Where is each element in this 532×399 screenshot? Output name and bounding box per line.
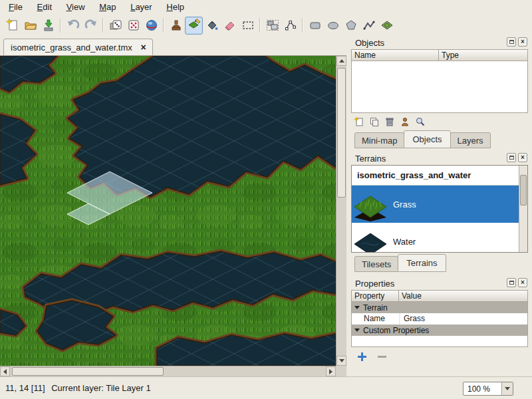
objects-toolbar [351, 113, 529, 129]
properties-table: Terrain Name Grass Custom Properties [351, 302, 528, 347]
objects-column-type[interactable]: Type [439, 49, 528, 61]
properties-column-property[interactable]: Property [351, 290, 399, 302]
property-group-label: Terrain [363, 303, 388, 313]
current-layer-label: Current layer: Tile Layer 1 [51, 383, 151, 393]
insert-rectangle-button[interactable] [306, 17, 324, 35]
property-group-custom-properties[interactable]: Custom Properties [352, 325, 527, 336]
toolbar-separator [302, 18, 303, 33]
duplicate-object-button[interactable] [368, 115, 381, 128]
toolbar-separator [60, 18, 61, 33]
minus-icon [378, 356, 386, 358]
menu-edit[interactable]: Edit [31, 0, 58, 13]
tab-objects[interactable]: Objects [404, 130, 450, 148]
menu-file[interactable]: File [3, 0, 29, 13]
terrains-float-button[interactable] [507, 153, 516, 162]
property-value-cell[interactable]: Grass [400, 313, 527, 325]
water-tile-icon [353, 224, 388, 253]
horizontal-scroll-thumb[interactable] [12, 367, 164, 376]
properties-empty-area [352, 336, 527, 346]
menu-help[interactable]: Help [160, 0, 190, 13]
properties-table-header: Property Value [351, 290, 528, 302]
tiled-window: File Edit View Map Layer Help [0, 0, 532, 399]
properties-toolbar [351, 347, 529, 363]
objects-dock-title: Objects [355, 38, 384, 48]
tab-layers[interactable]: Layers [450, 132, 491, 148]
insert-tile-button[interactable] [378, 17, 396, 35]
scroll-down-button[interactable] [336, 356, 346, 366]
remove-object-button[interactable] [383, 115, 396, 128]
tab-terrains[interactable]: Terrains [398, 254, 446, 272]
terrains-scrollbar[interactable] [519, 166, 527, 252]
canvas-vertical-scrollbar[interactable] [336, 56, 346, 366]
collapse-triangle-icon [354, 306, 360, 309]
automapping-button[interactable] [124, 17, 142, 35]
rectangular-select-button[interactable] [239, 17, 257, 35]
main-toolbar [0, 15, 532, 36]
insert-polygon-button[interactable] [342, 17, 360, 35]
search-object-button[interactable] [414, 115, 427, 128]
terrains-scroll-thumb[interactable] [520, 175, 527, 205]
grass-tile-icon [353, 187, 388, 221]
property-group-terrain[interactable]: Terrain [352, 302, 527, 313]
map-view [0, 56, 346, 376]
scroll-left-button[interactable] [0, 366, 10, 376]
add-object-button[interactable] [352, 115, 366, 128]
undo-button[interactable] [64, 17, 82, 35]
scroll-up-button[interactable] [336, 56, 346, 66]
property-name-cell: Name [352, 313, 400, 325]
properties-dock: Properties × Property Value Terrain Name [351, 277, 529, 363]
tab-close-icon[interactable]: × [140, 42, 146, 53]
zoom-value: 100 % [467, 384, 490, 394]
tab-mini-map[interactable]: Mini-map [354, 132, 404, 148]
objects-list[interactable] [351, 61, 528, 113]
objects-close-button[interactable]: × [518, 37, 527, 47]
scroll-right-button[interactable] [326, 366, 336, 376]
properties-float-button[interactable] [507, 278, 516, 287]
map-canvas[interactable] [0, 56, 336, 366]
collapse-triangle-icon [354, 329, 360, 332]
float-icon [509, 156, 514, 160]
new-map-button[interactable] [3, 17, 21, 35]
edit-object-button[interactable] [398, 115, 412, 128]
random-mode-button[interactable] [106, 17, 124, 35]
stamp-brush-button[interactable] [167, 17, 185, 35]
properties-close-button[interactable]: × [518, 278, 527, 287]
terrain-item-label: Grass [393, 200, 416, 209]
eraser-button[interactable] [221, 17, 239, 35]
document-tabbar: isometric_grass_and_water.tmx × [0, 36, 346, 56]
menu-layer[interactable]: Layer [124, 0, 158, 13]
statusbar: 11, 14 [11] Current layer: Tile Layer 1 … [0, 376, 532, 399]
terrains-dock: Terrains × isometric_grass_and_water Gra… [351, 152, 529, 253]
tab-tilesets[interactable]: Tilesets [354, 256, 398, 272]
scrollbar-corner [336, 366, 346, 376]
zoom-dropdown-button[interactable] [501, 382, 513, 395]
objects-dock: Objects × Name Type [351, 36, 529, 129]
zoom-combobox[interactable]: 100 % [463, 382, 513, 396]
canvas-horizontal-scrollbar[interactable] [0, 366, 336, 376]
open-map-button[interactable] [21, 17, 39, 35]
objects-column-name[interactable]: Name [351, 49, 439, 61]
save-map-button[interactable] [39, 17, 57, 35]
highlight-current-layer-button[interactable] [142, 17, 160, 35]
insert-polyline-button[interactable] [360, 17, 378, 35]
objects-float-button[interactable] [507, 37, 516, 47]
terrain-brush-button[interactable] [185, 17, 203, 35]
terrain-item-water[interactable]: Water [352, 223, 527, 253]
remove-property-button[interactable] [375, 350, 388, 363]
edit-polygons-button[interactable] [281, 17, 299, 35]
add-property-button[interactable] [355, 350, 368, 363]
select-objects-button[interactable] [263, 17, 281, 35]
redo-button[interactable] [82, 17, 100, 35]
vertical-scroll-thumb[interactable] [337, 68, 346, 198]
bucket-fill-button[interactable] [203, 17, 221, 35]
terrain-item-grass[interactable]: Grass [352, 186, 527, 223]
menubar: File Edit View Map Layer Help [0, 0, 532, 15]
insert-ellipse-button[interactable] [324, 17, 342, 35]
lower-dock-tabs: TilesetsTerrains [351, 253, 529, 271]
property-row-name[interactable]: Name Grass [352, 313, 527, 325]
properties-column-value[interactable]: Value [399, 290, 528, 302]
terrains-close-button[interactable]: × [518, 153, 527, 162]
menu-view[interactable]: View [61, 0, 91, 13]
menu-map[interactable]: Map [93, 0, 122, 13]
document-tab[interactable]: isometric_grass_and_water.tmx × [3, 39, 153, 55]
